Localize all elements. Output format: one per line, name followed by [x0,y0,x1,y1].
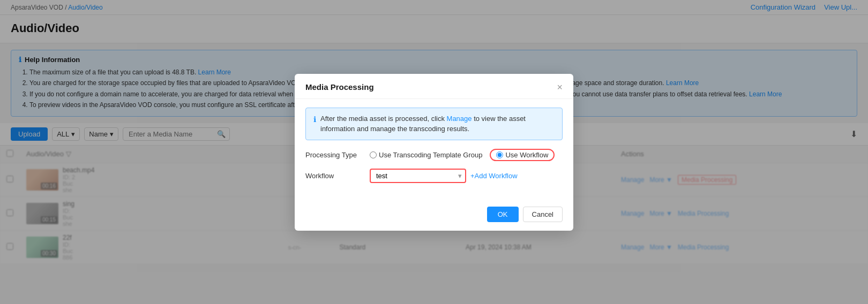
modal-title: Media Processing [305,82,374,92]
cancel-button[interactable]: Cancel [523,207,563,222]
media-processing-modal: Media Processing × ℹ After the media ass… [295,74,573,231]
modal-close-button[interactable]: × [557,82,563,92]
radio-transcoding-group[interactable]: Use Transcoding Template Group [370,151,482,159]
modal-footer: OK Cancel [295,200,573,231]
radio-workflow[interactable] [496,151,503,158]
processing-type-row: Processing Type Use Transcoding Template… [305,150,563,160]
processing-type-label: Processing Type [305,151,370,159]
modal-body: ℹ After the media asset is processed, cl… [295,99,573,200]
modal-info: ℹ After the media asset is processed, cl… [305,108,563,140]
workflow-row: Workflow test +Add Workflow [305,169,563,183]
modal-manage-link[interactable]: Manage [447,115,472,123]
modal-info-icon: ℹ [313,114,316,125]
workflow-select[interactable]: test [370,169,466,183]
processing-type-controls: Use Transcoding Template Group Use Workf… [370,150,553,160]
add-workflow-link[interactable]: +Add Workflow [470,172,518,180]
workflow-select-wrap: test +Add Workflow [370,169,518,183]
modal-info-text: After the media asset is processed, clic… [320,113,555,134]
radio-transcoding-label: Use Transcoding Template Group [379,151,482,159]
ok-button[interactable]: OK [487,207,519,222]
modal-overlay[interactable]: Media Processing × ℹ After the media ass… [0,0,868,264]
workflow-label: Workflow [305,172,370,180]
radio-transcoding[interactable] [370,151,377,158]
modal-header: Media Processing × [295,74,573,99]
radio-workflow-group[interactable]: Use Workflow [491,150,553,160]
radio-workflow-label: Use Workflow [505,151,548,159]
workflow-select-container: test [370,169,466,183]
